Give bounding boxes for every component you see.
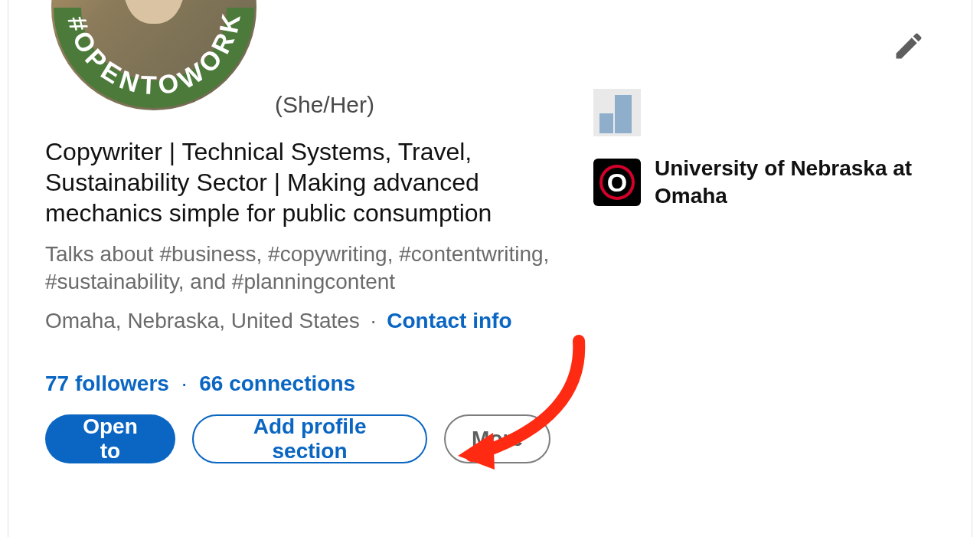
profile-main-column: (She/Her) Copywriter | Technical Systems… — [45, 92, 550, 463]
profile-actions: Open to Add profile section More — [45, 414, 550, 463]
edit-profile-button[interactable] — [892, 29, 926, 63]
location-text: Omaha, Nebraska, United States — [45, 309, 360, 332]
profile-card: #OPENTOWORK (She/Her) Copywriter | Techn… — [8, 0, 972, 537]
profile-headline: Copywriter | Technical Systems, Travel, … — [45, 136, 550, 228]
connections-link[interactable]: 66 connections — [199, 372, 355, 395]
company-logo — [593, 89, 641, 136]
separator-dot: · — [371, 309, 377, 332]
network-stats: 77 followers · 66 connections — [45, 372, 550, 396]
pencil-icon — [892, 29, 926, 63]
separator-dot: · — [181, 372, 188, 395]
company-row[interactable] — [593, 89, 946, 136]
university-name: University of Nebraska at Omaha — [655, 155, 946, 211]
add-profile-section-button[interactable]: Add profile section — [192, 414, 427, 463]
education-column: O University of Nebraska at Omaha — [593, 89, 946, 229]
talks-about-hashtags: Talks about #business, #copywriting, #co… — [45, 241, 550, 296]
more-button[interactable]: More — [444, 414, 550, 463]
location-line: Omaha, Nebraska, United States · Contact… — [45, 309, 550, 333]
education-row[interactable]: O University of Nebraska at Omaha — [593, 155, 946, 211]
contact-info-link[interactable]: Contact info — [387, 309, 511, 332]
pronouns: (She/Her) — [275, 92, 550, 118]
followers-link[interactable]: 77 followers — [45, 372, 175, 395]
university-logo: O — [593, 159, 641, 206]
open-to-button[interactable]: Open to — [45, 414, 175, 463]
